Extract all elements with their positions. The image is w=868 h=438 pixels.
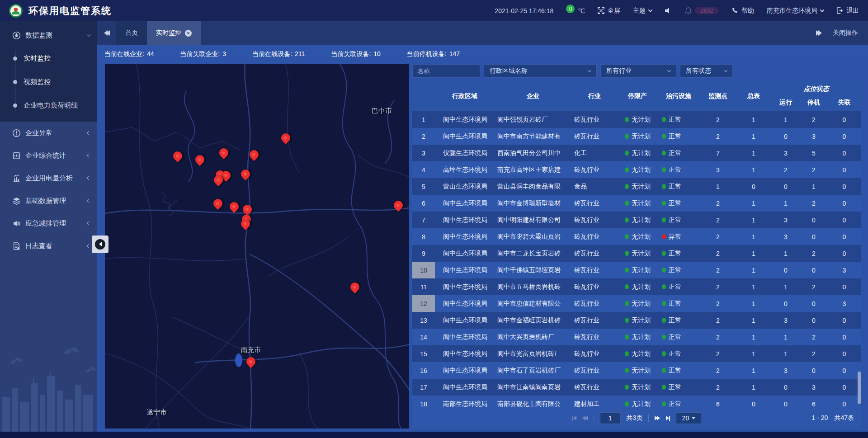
sidebar-item-realtime-monitor[interactable]: 实时监控 bbox=[0, 47, 97, 70]
notifications[interactable]: 2632 bbox=[685, 7, 719, 14]
sidebar-item-power-load-detail[interactable]: 企业电力负荷明细 bbox=[0, 94, 97, 117]
enterprise-table-panel: 行政区域名称 所有行业 所有状态 行政区域 企业 bbox=[412, 64, 861, 429]
cell-region: 仪陇生态环境局 bbox=[435, 145, 495, 161]
chevron-down-icon bbox=[820, 8, 825, 12]
last-page-button[interactable] bbox=[666, 416, 670, 421]
col-row-number bbox=[412, 81, 435, 111]
cell-production-limit: 无计划 bbox=[618, 111, 657, 128]
tab-close-icon[interactable]: ✕ bbox=[185, 30, 192, 37]
cell-treatment-status: 正常 bbox=[657, 161, 700, 178]
table-row[interactable]: 11 阆中生态环境局 阆中市五马桥页岩机砖 砖瓦行业 无计划 正常 2 1 1 … bbox=[412, 278, 861, 295]
table-row[interactable]: 16 阆中生态环境局 阆中市石子页岩机砖厂 砖瓦行业 无计划 正常 2 1 3 … bbox=[412, 362, 861, 379]
tab-home[interactable]: 首页 bbox=[116, 21, 147, 45]
app-header: 环保用电监管系统 2021-02-25 17:46:18 0 ℃ 全屏 主题 2 bbox=[0, 0, 868, 21]
sidebar-item-base-data[interactable]: 基础数据管理 bbox=[0, 189, 97, 212]
table-row[interactable]: 3 仪陇生态环境局 西南油气田分公司川中 化工 无计划 正常 7 1 3 5 0 bbox=[412, 145, 861, 161]
tab-scroll-left-button[interactable] bbox=[97, 21, 116, 45]
cell-industry: 食品 bbox=[571, 178, 618, 195]
cell-running: 1 bbox=[771, 278, 800, 295]
table-row[interactable]: 6 阆中生态环境局 阆中市金博瑞新型墙材 砖瓦行业 无计划 正常 2 1 1 2… bbox=[412, 195, 861, 212]
first-page-button[interactable] bbox=[572, 416, 576, 421]
table-row[interactable]: 4 高坪生态环境局 南充市高坪区王家店建 砖瓦行业 无计划 正常 3 1 2 2… bbox=[412, 161, 861, 178]
sidebar-item-enterprise-statistics[interactable]: 企业综合统计 bbox=[0, 144, 97, 167]
limit-status-dot bbox=[625, 184, 629, 189]
table-row[interactable]: 14 阆中生态环境局 阆中大兴页岩机砖厂 砖瓦行业 无计划 正常 2 1 1 2… bbox=[412, 329, 861, 345]
cell-treatment-status: 正常 bbox=[657, 345, 700, 362]
industry-filter-select[interactable]: 所有行业 bbox=[600, 64, 676, 78]
name-filter-input[interactable] bbox=[412, 64, 480, 78]
speaker-mute-icon[interactable] bbox=[665, 7, 672, 14]
row-number: 13 bbox=[412, 312, 435, 329]
page-number-input[interactable]: 1 bbox=[600, 412, 621, 424]
treatment-status-dot bbox=[662, 318, 666, 323]
table-row[interactable]: 8 阆中生态环境局 阆中市枣碧大梁山页岩 砖瓦行业 无计划 异常 2 1 3 0… bbox=[412, 228, 861, 245]
cell-production-limit: 无计划 bbox=[618, 345, 657, 362]
fullscreen-button[interactable]: 全屏 bbox=[598, 7, 620, 15]
status-filter-select[interactable]: 所有状态 bbox=[680, 64, 733, 78]
table-row[interactable]: 5 营山生态环境局 营山县润丰肉食品有限 食品 无计划 正常 1 0 0 1 0 bbox=[412, 178, 861, 195]
cell-lost: 0 bbox=[827, 161, 861, 178]
temperature: 0 ℃ bbox=[566, 7, 585, 14]
record-range: 1 - 20 共47条 bbox=[812, 414, 861, 422]
tab-realtime-monitor[interactable]: 实时监控 ✕ bbox=[147, 21, 201, 45]
table-row[interactable]: 15 阆中生态环境局 阆中市光富页岩机砖厂 砖瓦行业 无计划 正常 2 1 1 … bbox=[412, 345, 861, 362]
table-row[interactable]: 2 阆中生态环境局 阆中市南方节能建材有 砖瓦行业 无计划 正常 2 1 0 3… bbox=[412, 128, 861, 145]
cell-stopped: 2 bbox=[800, 195, 827, 212]
treatment-status-dot bbox=[662, 301, 666, 306]
close-operations-button[interactable]: 关闭操作 bbox=[833, 29, 858, 37]
sidebar-item-log-view[interactable]: 日志查看 bbox=[0, 235, 97, 257]
limit-status-dot bbox=[625, 201, 629, 206]
table-row[interactable]: 17 阆中生态环境局 阆中市江南镇阆南页岩 砖瓦行业 无计划 正常 2 1 0 … bbox=[412, 379, 861, 396]
next-page-button[interactable] bbox=[655, 416, 660, 420]
table-row[interactable]: 7 阆中生态环境局 阆中明阳建材有限公司 砖瓦行业 无计划 正常 2 1 3 0… bbox=[412, 212, 861, 228]
prev-page-button[interactable] bbox=[582, 416, 588, 420]
map-panel[interactable]: 巴中市南充市遂宁市 bbox=[105, 64, 409, 429]
table-row[interactable]: 18 南部生态环境局 南部县砚化土陶有限公 建材加工 无计划 正常 6 0 0 … bbox=[412, 396, 861, 408]
cell-enterprise: 阆中明阳建材有限公司 bbox=[495, 212, 571, 228]
table-row[interactable]: 12 阆中生态环境局 阆中市忠信建材有限公 砖瓦行业 无计划 正常 2 1 0 … bbox=[412, 295, 861, 312]
cell-monitor-points: 2 bbox=[700, 295, 736, 312]
table-row[interactable]: 10 阆中生态环境局 阆中千佛镇五郎垭页岩 砖瓦行业 无计划 正常 2 1 0 … bbox=[412, 262, 861, 278]
sidebar-item-video-monitor[interactable]: 视频监控 bbox=[0, 70, 97, 94]
tab-scroll-right-button[interactable] bbox=[816, 30, 822, 36]
logout-button[interactable]: 退出 bbox=[836, 7, 859, 15]
theme-dropdown[interactable]: 主题 bbox=[633, 7, 652, 15]
cell-treatment-status: 正常 bbox=[657, 145, 700, 161]
cell-lost: 0 bbox=[827, 228, 861, 245]
region-filter-select[interactable]: 行政区域名称 bbox=[484, 64, 597, 78]
cell-enterprise: 阆中市二龙长宝页岩砖 bbox=[495, 245, 571, 262]
treatment-status-dot bbox=[662, 385, 666, 390]
col-region: 行政区域 bbox=[435, 81, 495, 111]
sidebar-item-power-analysis[interactable]: 企业用电量分析 bbox=[0, 167, 97, 189]
cell-stopped: 0 bbox=[800, 362, 827, 379]
cell-region: 阆中生态环境局 bbox=[435, 312, 495, 329]
cell-stopped: 0 bbox=[800, 228, 827, 245]
cell-running: 3 bbox=[771, 212, 800, 228]
table-row[interactable]: 9 阆中生态环境局 阆中市二龙长宝页岩砖 砖瓦行业 无计划 正常 2 1 1 2… bbox=[412, 245, 861, 262]
cell-lost: 0 bbox=[827, 245, 861, 262]
treatment-status-dot bbox=[662, 117, 666, 122]
sidebar-group-data-monitoring: 数据监测 实时监控 视频监控 企业电力负荷明细 bbox=[0, 21, 97, 122]
cell-production-limit: 无计划 bbox=[618, 161, 657, 178]
cell-region: 阆中生态环境局 bbox=[435, 195, 495, 212]
cell-running: 0 bbox=[771, 262, 800, 278]
row-number: 1 bbox=[412, 111, 435, 128]
table-row[interactable]: 13 阆中生态环境局 阆中市金福旺页岩机砖 砖瓦行业 无计划 正常 2 1 3 … bbox=[412, 312, 861, 329]
sidebar-item-data-monitoring[interactable]: 数据监测 bbox=[0, 24, 97, 47]
cell-industry: 砖瓦行业 bbox=[571, 111, 618, 128]
table-scrollbar[interactable] bbox=[858, 372, 861, 404]
help-button[interactable]: 帮助 bbox=[731, 7, 754, 15]
map-collapse-button[interactable] bbox=[92, 235, 108, 253]
user-org-dropdown[interactable]: 南充市生态环境局 bbox=[767, 7, 824, 15]
page-size-select[interactable]: 20 bbox=[676, 412, 701, 424]
row-number: 12 bbox=[412, 295, 435, 312]
cell-lost: 0 bbox=[827, 312, 861, 329]
table-row[interactable]: 1 阆中生态环境局 阆中强锐页岩砖厂 砖瓦行业 无计划 正常 2 1 1 2 0 bbox=[412, 111, 861, 128]
cell-monitor-points: 2 bbox=[700, 212, 736, 228]
table-body[interactable]: 1 阆中生态环境局 阆中强锐页岩砖厂 砖瓦行业 无计划 正常 2 1 1 2 0… bbox=[412, 111, 861, 408]
sidebar-item-emergency-reduction[interactable]: 应急减排管理 bbox=[0, 212, 97, 235]
cell-monitor-points: 2 bbox=[700, 312, 736, 329]
cell-running: 0 bbox=[771, 379, 800, 396]
cell-lost: 3 bbox=[827, 295, 861, 312]
sidebar-item-enterprise-abnormal[interactable]: 企业异常 bbox=[0, 122, 97, 144]
